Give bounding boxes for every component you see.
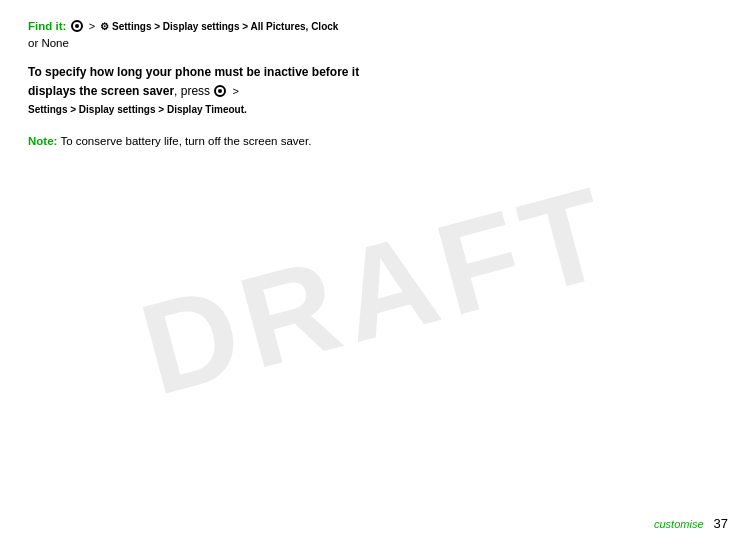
nav-icon-2 <box>214 85 226 97</box>
draft-watermark: DRAFT <box>127 155 630 424</box>
note-text: To conserve battery life, turn off the s… <box>57 135 311 147</box>
nav-arrow-1: > <box>89 20 98 32</box>
settings-nav-1: ⚙ Settings > Display settings > All Pict… <box>100 21 338 32</box>
page-number: 37 <box>714 516 728 531</box>
nav-arrow-2: > <box>229 85 238 97</box>
main-text-comma: , press <box>174 84 213 98</box>
or-none-text: or None <box>28 37 69 49</box>
find-it-label: Find it: <box>28 20 66 32</box>
page-footer: customise 37 <box>654 516 728 531</box>
main-paragraph: To specify how long your phone must be i… <box>28 63 388 119</box>
or-none-line: or None <box>28 37 728 49</box>
page-content: Find it: > ⚙ Settings > Display settings… <box>0 0 756 169</box>
note-label: Note: <box>28 135 57 147</box>
inline-nav-text: Settings > Display settings > Display Ti… <box>28 104 247 115</box>
find-it-line: Find it: > ⚙ Settings > Display settings… <box>28 18 728 35</box>
note-line: Note: To conserve battery life, turn off… <box>28 133 368 151</box>
nav-icon-1 <box>70 20 84 32</box>
footer-label: customise <box>654 518 704 530</box>
